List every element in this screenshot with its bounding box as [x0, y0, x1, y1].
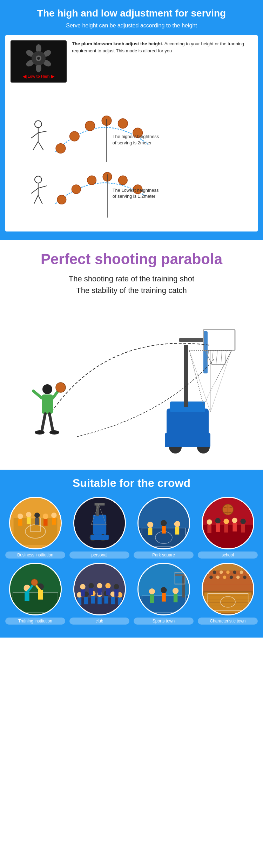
svg-point-58: [56, 383, 66, 392]
crowd-label-sports: Sports town: [134, 618, 194, 625]
svg-rect-112: [10, 592, 61, 614]
svg-rect-158: [173, 594, 177, 602]
crowd-circle-sports: [137, 563, 190, 615]
crowd-circle-club: [73, 563, 126, 615]
knob-description: The plum blossom knob adjust the height.…: [67, 40, 252, 83]
svg-rect-79: [96, 504, 99, 516]
svg-point-33: [119, 176, 128, 185]
knob-label-text: Low to High: [28, 74, 50, 78]
svg-rect-108: [241, 524, 245, 533]
knob-arrow-right: ▶: [51, 74, 54, 79]
svg-point-19: [118, 119, 128, 129]
section2-desc-line1: The shooting rate of the training shot: [7, 273, 256, 285]
crowd-circle-characteristic: [202, 563, 254, 615]
svg-line-27: [34, 195, 38, 204]
section3-title: Suitable for the crowd: [5, 477, 258, 490]
crowd-label-personal: personal: [69, 552, 129, 559]
svg-rect-72: [35, 518, 39, 524]
svg-point-137: [80, 584, 85, 589]
knob-arrow-left: ◀: [23, 74, 26, 79]
svg-rect-154: [150, 594, 154, 603]
svg-rect-142: [97, 588, 102, 595]
svg-point-157: [172, 588, 178, 594]
svg-point-174: [220, 570, 223, 574]
section2-title: Perfect shooting parabola: [7, 251, 256, 268]
knob-box: ◀ Low to High ▶: [11, 40, 67, 83]
svg-rect-92: [148, 528, 152, 535]
svg-point-145: [114, 584, 119, 589]
svg-rect-140: [89, 588, 93, 595]
crowd-circle-personal: [73, 497, 126, 549]
svg-point-75: [51, 513, 56, 518]
figure-top: [31, 121, 47, 150]
crowd-grid-row2: Training institution: [5, 563, 258, 625]
svg-point-71: [34, 513, 40, 518]
svg-point-182: [229, 575, 233, 579]
svg-rect-104: [224, 524, 228, 533]
svg-point-61: [35, 430, 45, 435]
svg-line-49: [221, 351, 222, 365]
crowd-label-park: Park square: [134, 552, 194, 559]
svg-point-172: [206, 570, 209, 574]
svg-point-177: [240, 570, 243, 574]
svg-point-23: [35, 176, 42, 183]
section2-desc-line2: The stability of the training catch: [7, 285, 256, 296]
svg-rect-74: [43, 519, 48, 526]
svg-rect-70: [27, 517, 31, 524]
svg-rect-55: [42, 394, 53, 414]
svg-point-95: [174, 521, 180, 527]
svg-point-8: [37, 57, 40, 60]
svg-point-120: [31, 579, 38, 586]
svg-point-9: [35, 121, 42, 128]
svg-rect-68: [18, 519, 22, 526]
svg-point-103: [223, 518, 229, 524]
crowd-circle-business: [9, 497, 62, 549]
knob-text-bold: The plum blossom knob adjust the height.: [72, 41, 163, 46]
svg-rect-132: [104, 596, 108, 603]
svg-point-179: [209, 575, 213, 579]
knob-label: ◀ Low to High ▶: [23, 74, 55, 79]
svg-text:of serving is 1.2meter: of serving is 1.2meter: [113, 194, 156, 199]
crowd-img-personal: [74, 497, 125, 549]
crowd-img-training: [10, 563, 61, 615]
svg-rect-43: [179, 338, 207, 342]
svg-line-47: [211, 351, 213, 365]
section1-subtitle: Serve height can be adjusted according t…: [5, 22, 258, 29]
svg-rect-102: [216, 523, 220, 532]
svg-rect-151: [175, 574, 185, 576]
svg-point-62: [49, 430, 59, 435]
svg-line-14: [38, 142, 43, 150]
svg-point-105: [232, 517, 237, 523]
svg-point-93: [161, 520, 167, 526]
crowd-item-club: club: [69, 563, 129, 625]
svg-point-67: [18, 514, 23, 519]
svg-rect-146: [114, 589, 119, 596]
svg-point-153: [149, 588, 155, 594]
svg-point-30: [72, 185, 81, 194]
crowd-item-characteristic: Characteristic town: [198, 563, 258, 625]
svg-line-26: [38, 186, 47, 188]
svg-rect-124: [77, 598, 81, 605]
svg-point-181: [223, 575, 226, 579]
crowd-img-school: [203, 497, 253, 549]
crowd-label-club: club: [69, 618, 129, 625]
svg-point-155: [161, 587, 167, 593]
svg-line-59: [42, 414, 45, 431]
svg-text:of serving is 2meter: of serving is 2meter: [113, 140, 152, 145]
svg-rect-76: [52, 518, 56, 524]
svg-point-176: [233, 570, 236, 574]
svg-rect-96: [175, 527, 179, 534]
parabola-svg: The highest heightness of serving is 2me…: [11, 86, 252, 224]
crowd-img-business: [10, 497, 61, 549]
svg-rect-144: [106, 588, 110, 595]
crowd-item-school: school: [198, 497, 258, 559]
svg-rect-134: [111, 597, 115, 604]
crowd-label-business: Business institution: [5, 552, 65, 559]
svg-point-16: [70, 132, 80, 142]
figure-bottom: [31, 176, 47, 204]
section-shooting: Perfect shooting parabola The shooting r…: [0, 240, 263, 470]
svg-rect-128: [91, 596, 95, 603]
low-label: The Lowest heightness: [113, 188, 159, 193]
svg-point-178: [246, 570, 250, 574]
shooting-diagram: [7, 303, 256, 459]
